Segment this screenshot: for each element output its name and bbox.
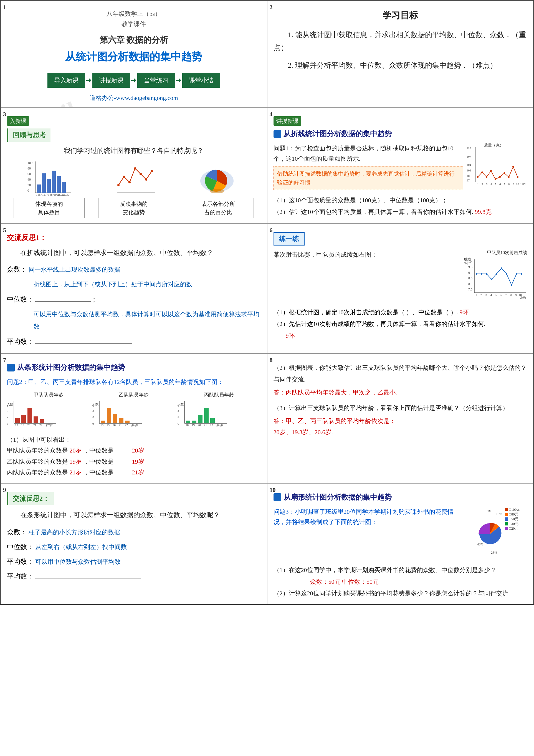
svg-text:60: 60 [27,172,31,176]
svg-text:4: 4 [177,410,179,413]
cell6-layout: 某次射击比赛，甲队员的成绩如右图： 甲队员10次射击成绩 成绩 /环 10 9.… [274,249,527,304]
svg-text:8: 8 [510,293,512,297]
bar-chart-svg: 100 80 60 40 20 0 1 [27,160,71,196]
svg-text:1957: 1957 [36,193,42,196]
cell6-problem: 某次射击比赛，甲队员的成绩如右图： [274,249,459,260]
svg-point-59 [508,176,510,178]
svg-rect-11 [52,171,56,193]
blue-icon [274,130,281,138]
svg-point-28 [151,170,153,172]
svg-text:19: 19 [21,423,24,427]
cell-2-number: 2 [270,3,273,12]
cell-9-number: 9 [3,485,6,494]
cell-5-number: 5 [3,226,6,235]
cell5-intro: 在折线统计图中，可以怎样求一组数据的众数、中位数、平均数？ [7,247,261,259]
cell7-results: （1）从图中可以看出： 甲队队员年龄的众数是 20岁 ，中位数是 20岁 乙队队… [7,434,261,478]
cell8-content: （2）根据图表，你能大致估计出三支球队队员的平均年龄哪个大、哪个小吗？你是怎么估… [274,362,527,438]
nav-item-1[interactable]: 导入新课 [47,73,85,88]
mean-answer: 可以用中位数与众数估测平均数，具体计算时可以以这个数为基准用简便算法求平均数 [34,308,261,333]
cell9-mean-answer: 可以用中位数与众数估测平均数 [35,558,121,565]
cell-3: 3 入新课 回顾与思考 我们学习过的统计图都有哪些？各自的特点呢？ 100 80… [1,108,267,224]
cell5-answers: 众数： 同一水平线上出现次数最多的数据 折线图上，从上到下（或从下到上）处于中间… [7,263,261,348]
cell-1-number: 1 [3,3,6,12]
cell4-text: 问题1：为了检查面包的质量是否达标，随机抽取同种规格的面包10个，这10个面包的… [274,143,464,192]
nav-bar: 导入新课 ➜ 讲授新课 ➜ 当堂练习 ➜ 课堂小结 [7,73,261,88]
cell-7-number: 7 [3,355,6,364]
cell-10-number: 10 [270,485,276,494]
svg-text:97: 97 [467,179,470,182]
exchange2-title: 交流反思2： [7,492,54,505]
svg-rect-118 [125,420,129,423]
cell10-q1-answer: 众数：50元 中位数：50元 [310,578,379,585]
svg-text:22: 22 [210,423,213,427]
main-title: 从统计图分析数据的集中趋势 [7,49,261,65]
svg-rect-10 [47,179,51,193]
svg-point-54 [486,176,487,178]
svg-text:19: 19 [192,423,195,427]
svg-rect-134 [198,415,202,423]
median-answer-line1: 折线图上，从上到下（或从下到上）处于中间点所对应的数 [34,278,261,290]
svg-text:80: 80 [27,167,31,170]
svg-text:19: 19 [107,423,110,427]
svg-rect-117 [119,418,123,423]
pie10-svg: □100元 □80元 □50元 □30元 □20元 5% 10% 20% 40%… [466,507,527,559]
svg-rect-147 [505,508,508,511]
cell6-qa: （1）根据统计图，确定10次射击成绩的众数是（ ）、中位数是（ ）. 9环 （2… [274,307,527,341]
svg-point-27 [145,178,147,181]
svg-text:21: 21 [119,423,122,427]
svg-point-24 [128,181,131,183]
svg-point-25 [134,167,136,170]
svg-text:100: 100 [27,161,33,165]
q2-answer: 9环 [286,332,295,339]
svg-text:6: 6 [177,404,179,407]
svg-rect-133 [192,420,197,423]
svg-text:9: 9 [513,182,514,186]
svg-rect-149 [505,513,508,516]
svg-rect-97 [21,415,26,423]
svg-point-85 [486,273,487,275]
yi-median-val: 19岁 [132,458,144,465]
jia-median-val: 20岁 [132,447,144,454]
svg-text:100: 100 [467,174,471,177]
svg-rect-153 [505,522,508,526]
svg-point-52 [477,176,478,178]
q1-answer: 9环 [460,309,469,316]
cell7-title: 从条形统计图分析数据的集中趋势 [7,362,261,373]
svg-text:10: 10 [468,260,471,263]
cell6-text: 某次射击比赛，甲队员的成绩如右图： [274,249,459,304]
svg-text:110: 110 [467,147,471,150]
svg-text:5%: 5% [487,509,491,513]
svg-text:40%: 40% [477,542,483,546]
svg-text:1974: 1974 [42,193,48,196]
pie-area: □100元 □80元 □50元 □30元 □20元 5% 10% 20% 40%… [466,507,527,562]
nav-item-4[interactable]: 课堂小结 [182,73,220,88]
svg-text:0: 0 [7,422,9,425]
svg-text:101: 101 [467,169,471,172]
svg-rect-12 [57,176,61,193]
shooting-chart-svg: 成绩 /环 10 9.5 9 8.5 8 7.5 1 2 3 4 [463,256,527,301]
nav-item-3[interactable]: 当堂练习 [137,73,175,88]
cell-6: 6 练一练 某次射击比赛，甲队员的成绩如右图： 甲队员10次射击成绩 成绩 /环… [267,224,534,353]
cell6-chart: 甲队员10次射击成绩 成绩 /环 10 9.5 9 8.5 8 7.5 [463,249,527,304]
svg-text:□50元: □50元 [509,517,519,521]
svg-text:9.5: 9.5 [468,265,472,269]
three-charts: 甲队队员年龄 人数 18 19 20 21 22 [7,391,261,430]
svg-text:2: 2 [480,293,482,297]
cell7-blue-icon [7,364,15,371]
svg-point-26 [140,173,142,175]
cell4-answers: （1）这10个面包质量的众数是（100克）、中位数是（100克）； （2）估计这… [274,195,527,218]
review-header: 回顾与思考 [7,128,50,142]
svg-text:1: 1 [475,293,477,297]
svg-text:岁/岁: 岁/岁 [216,423,223,427]
svg-text:8: 8 [508,182,510,186]
cell-8-number: 8 [270,355,273,364]
svg-rect-13 [62,182,66,193]
svg-text:25%: 25% [491,551,497,554]
cell10-blue-icon [274,493,281,501]
nav-item-2[interactable]: 讲授新课 [93,73,130,88]
svg-text:岁/岁: 岁/岁 [131,423,138,427]
jia-mode-val: 20岁 [69,447,82,454]
cell3-section: 入新课 [7,116,29,126]
bing-bar-svg: 人数 18 19 20 21 22 岁/岁 0 2 4 6 [177,400,227,427]
svg-point-53 [481,172,483,173]
